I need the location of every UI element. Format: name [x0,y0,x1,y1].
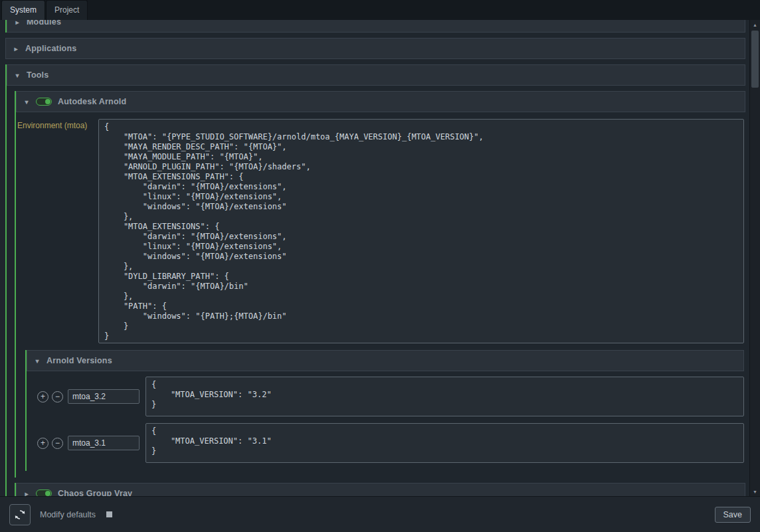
section-tools: ▾ Tools ▾ Autodesk Arnold [5,64,745,496]
environment-label: Environment (mtoa) [17,119,98,343]
vray-enabled-toggle[interactable] [36,489,52,496]
section-modules: ▸ Modules [5,20,745,33]
section-label-autodesk-arnold: Autodesk Arnold [58,97,126,106]
version-row: + − { "MTOA_VERSION": "3.2" } [37,377,744,416]
section-label-modules: Modules [27,20,61,27]
chevron-down-icon: ▾ [23,98,30,106]
section-label-tools: Tools [27,70,48,80]
refresh-icon [14,509,26,521]
footer-bar: Modify defaults Save [0,496,760,532]
scroll-down-button[interactable]: ▼ [750,487,760,496]
remove-version-button[interactable]: − [52,391,63,402]
version-json-textarea[interactable]: { "MTOA_VERSION": "3.2" } [145,377,744,416]
add-version-button[interactable]: + [37,391,48,402]
section-label-arnold-versions: Arnold Versions [47,356,112,365]
scroll-area: ▸ Modules ▸ Applications ▾ Tools [5,20,745,496]
arnold-body: Environment (mtoa) { "MTOA": "{PYPE_STUD… [16,112,745,478]
chevron-down-icon: ▾ [34,357,41,365]
version-json-textarea[interactable]: { "MTOA_VERSION": "3.1" } [145,423,744,463]
section-chaos-group-vray: ▸ Chaos Group Vray [15,483,745,496]
section-applications: ▸ Applications [5,38,745,59]
arnold-versions-body: + − { "MTOA_VERSION": "3.2" } + − [27,371,744,471]
section-label-applications: Applications [25,44,76,53]
modify-defaults-checkbox[interactable] [106,511,112,517]
toggle-knob-icon [45,491,50,496]
settings-content: ▸ Modules ▸ Applications ▾ Tools [0,20,760,496]
tab-bar: System Project [0,0,760,20]
chevron-right-icon: ▸ [23,490,30,497]
environment-row: Environment (mtoa) { "MTOA": "{PYPE_STUD… [17,119,744,343]
section-label-chaos-group-vray: Chaos Group Vray [58,489,132,496]
version-row: + − { "MTOA_VERSION": "3.1" } [37,423,744,463]
modify-defaults-label: Modify defaults [40,510,96,519]
tab-system[interactable]: System [1,0,45,20]
scrollbar-thumb[interactable] [751,31,759,88]
environment-json-textarea[interactable]: { "MTOA": "{PYPE_STUDIO_SOFTWARE}/arnold… [98,119,744,343]
add-version-button[interactable]: + [37,438,48,449]
section-header-modules[interactable]: ▸ Modules [7,20,745,33]
save-button[interactable]: Save [715,507,751,523]
vertical-scrollbar: ▲ ▼ [749,20,760,496]
chevron-right-icon: ▸ [13,45,19,52]
refresh-button[interactable] [9,504,31,525]
chevron-down-icon: ▾ [14,72,21,79]
section-header-applications[interactable]: ▸ Applications [5,38,745,59]
arnold-enabled-toggle[interactable] [36,98,52,106]
scroll-up-button[interactable]: ▲ [750,20,760,29]
toggle-knob-icon [45,99,50,104]
section-header-chaos-group-vray[interactable]: ▸ Chaos Group Vray [16,483,745,496]
section-autodesk-arnold: ▾ Autodesk Arnold Environment (mtoa) { "… [15,91,745,478]
section-header-autodesk-arnold[interactable]: ▾ Autodesk Arnold [16,91,745,112]
settings-window: System Project ▸ Modules ▸ Applications [0,0,760,532]
tab-project[interactable]: Project [46,0,88,20]
tools-body: ▾ Autodesk Arnold Environment (mtoa) { "… [7,86,745,496]
chevron-right-icon: ▸ [14,20,21,26]
section-header-tools[interactable]: ▾ Tools [7,64,745,86]
section-header-arnold-versions[interactable]: ▾ Arnold Versions [27,350,744,371]
remove-version-button[interactable]: − [52,438,63,449]
version-key-input[interactable] [68,389,140,404]
version-key-input[interactable] [68,436,140,450]
section-arnold-versions: ▾ Arnold Versions + − { "MTOA_VERSION": … [25,350,744,471]
